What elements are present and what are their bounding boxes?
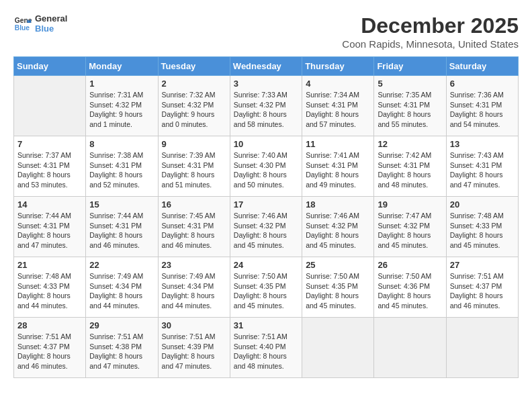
day-number: 12 xyxy=(378,139,442,149)
day-cell: 3Sunrise: 7:33 AM Sunset: 4:32 PM Daylig… xyxy=(230,76,302,136)
day-info: Sunrise: 7:47 AM Sunset: 4:32 PM Dayligh… xyxy=(378,211,442,250)
day-info: Sunrise: 7:51 AM Sunset: 4:40 PM Dayligh… xyxy=(234,332,298,371)
day-number: 15 xyxy=(89,199,154,210)
day-number: 2 xyxy=(162,79,226,89)
week-row: 1Sunrise: 7:31 AM Sunset: 4:32 PM Daylig… xyxy=(14,76,519,136)
day-number: 8 xyxy=(89,139,154,149)
day-number: 3 xyxy=(234,79,298,89)
day-number: 16 xyxy=(162,199,226,210)
svg-text:Blue: Blue xyxy=(15,24,30,32)
day-number: 25 xyxy=(306,260,370,270)
column-header-tuesday: Tuesday xyxy=(158,57,230,76)
day-number: 27 xyxy=(450,260,515,270)
day-cell: 23Sunrise: 7:49 AM Sunset: 4:34 PM Dayli… xyxy=(158,257,230,318)
day-number: 29 xyxy=(89,320,154,330)
column-header-saturday: Saturday xyxy=(446,57,518,76)
day-cell: 18Sunrise: 7:46 AM Sunset: 4:32 PM Dayli… xyxy=(302,197,374,257)
day-cell: 6Sunrise: 7:36 AM Sunset: 4:31 PM Daylig… xyxy=(446,76,518,136)
day-cell: 10Sunrise: 7:40 AM Sunset: 4:30 PM Dayli… xyxy=(230,136,302,197)
day-cell: 7Sunrise: 7:37 AM Sunset: 4:31 PM Daylig… xyxy=(14,136,86,197)
day-cell: 4Sunrise: 7:34 AM Sunset: 4:31 PM Daylig… xyxy=(302,76,374,136)
day-info: Sunrise: 7:46 AM Sunset: 4:32 PM Dayligh… xyxy=(234,211,298,250)
day-info: Sunrise: 7:50 AM Sunset: 4:35 PM Dayligh… xyxy=(234,271,298,311)
day-cell: 5Sunrise: 7:35 AM Sunset: 4:31 PM Daylig… xyxy=(374,76,446,136)
header-row: SundayMondayTuesdayWednesdayThursdayFrid… xyxy=(14,57,519,76)
day-cell: 31Sunrise: 7:51 AM Sunset: 4:40 PM Dayli… xyxy=(230,318,302,378)
day-number: 26 xyxy=(378,260,442,270)
day-info: Sunrise: 7:49 AM Sunset: 4:34 PM Dayligh… xyxy=(89,271,154,311)
day-number: 10 xyxy=(234,139,298,149)
day-cell: 2Sunrise: 7:32 AM Sunset: 4:32 PM Daylig… xyxy=(158,76,230,136)
day-cell: 22Sunrise: 7:49 AM Sunset: 4:34 PM Dayli… xyxy=(86,257,158,318)
day-info: Sunrise: 7:35 AM Sunset: 4:31 PM Dayligh… xyxy=(378,90,442,130)
day-cell xyxy=(374,318,446,378)
day-cell: 25Sunrise: 7:50 AM Sunset: 4:35 PM Dayli… xyxy=(302,257,374,318)
day-cell: 12Sunrise: 7:42 AM Sunset: 4:31 PM Dayli… xyxy=(374,136,446,197)
day-cell: 24Sunrise: 7:50 AM Sunset: 4:35 PM Dayli… xyxy=(230,257,302,318)
day-number: 22 xyxy=(89,260,154,270)
day-cell: 30Sunrise: 7:51 AM Sunset: 4:39 PM Dayli… xyxy=(158,318,230,378)
day-info: Sunrise: 7:37 AM Sunset: 4:31 PM Dayligh… xyxy=(17,150,82,190)
day-info: Sunrise: 7:51 AM Sunset: 4:39 PM Dayligh… xyxy=(162,332,226,371)
day-info: Sunrise: 7:48 AM Sunset: 4:33 PM Dayligh… xyxy=(450,211,515,250)
day-info: Sunrise: 7:51 AM Sunset: 4:38 PM Dayligh… xyxy=(89,332,154,371)
day-info: Sunrise: 7:45 AM Sunset: 4:31 PM Dayligh… xyxy=(162,211,226,250)
day-cell: 19Sunrise: 7:47 AM Sunset: 4:32 PM Dayli… xyxy=(374,197,446,257)
day-info: Sunrise: 7:44 AM Sunset: 4:31 PM Dayligh… xyxy=(17,211,82,250)
week-row: 28Sunrise: 7:51 AM Sunset: 4:37 PM Dayli… xyxy=(14,318,519,378)
day-cell: 15Sunrise: 7:44 AM Sunset: 4:31 PM Dayli… xyxy=(86,197,158,257)
day-number: 7 xyxy=(17,139,82,149)
day-number: 30 xyxy=(162,320,226,330)
day-info: Sunrise: 7:40 AM Sunset: 4:30 PM Dayligh… xyxy=(234,150,298,190)
day-info: Sunrise: 7:51 AM Sunset: 4:37 PM Dayligh… xyxy=(450,271,515,311)
day-cell: 28Sunrise: 7:51 AM Sunset: 4:37 PM Dayli… xyxy=(14,318,86,378)
column-header-monday: Monday xyxy=(86,57,158,76)
day-number: 28 xyxy=(17,320,82,330)
day-number: 19 xyxy=(378,199,442,210)
day-cell: 9Sunrise: 7:39 AM Sunset: 4:31 PM Daylig… xyxy=(158,136,230,197)
day-number: 23 xyxy=(162,260,226,270)
day-info: Sunrise: 7:39 AM Sunset: 4:31 PM Dayligh… xyxy=(162,150,226,190)
calendar-title: December 2025 xyxy=(342,13,519,38)
day-number: 9 xyxy=(162,139,226,149)
day-cell: 17Sunrise: 7:46 AM Sunset: 4:32 PM Dayli… xyxy=(230,197,302,257)
day-info: Sunrise: 7:48 AM Sunset: 4:33 PM Dayligh… xyxy=(17,271,82,311)
day-cell: 8Sunrise: 7:38 AM Sunset: 4:31 PM Daylig… xyxy=(86,136,158,197)
day-info: Sunrise: 7:49 AM Sunset: 4:34 PM Dayligh… xyxy=(162,271,226,311)
day-number: 11 xyxy=(306,139,370,149)
day-number: 6 xyxy=(450,79,515,89)
week-row: 7Sunrise: 7:37 AM Sunset: 4:31 PM Daylig… xyxy=(14,136,519,197)
calendar-subtitle: Coon Rapids, Minnesota, United States xyxy=(342,38,519,50)
column-header-sunday: Sunday xyxy=(14,57,86,76)
day-info: Sunrise: 7:42 AM Sunset: 4:31 PM Dayligh… xyxy=(378,150,442,190)
column-header-wednesday: Wednesday xyxy=(230,57,302,76)
day-info: Sunrise: 7:50 AM Sunset: 4:35 PM Dayligh… xyxy=(306,271,370,311)
calendar-table: SundayMondayTuesdayWednesdayThursdayFrid… xyxy=(13,56,519,378)
day-number: 21 xyxy=(17,260,82,270)
day-cell: 1Sunrise: 7:31 AM Sunset: 4:32 PM Daylig… xyxy=(86,76,158,136)
day-number: 18 xyxy=(306,199,370,210)
logo-line2: Blue xyxy=(35,24,67,34)
day-cell: 16Sunrise: 7:45 AM Sunset: 4:31 PM Dayli… xyxy=(158,197,230,257)
day-number: 17 xyxy=(234,199,298,210)
day-number: 24 xyxy=(234,260,298,270)
day-cell: 27Sunrise: 7:51 AM Sunset: 4:37 PM Dayli… xyxy=(446,257,518,318)
day-cell: 21Sunrise: 7:48 AM Sunset: 4:33 PM Dayli… xyxy=(14,257,86,318)
column-header-friday: Friday xyxy=(374,57,446,76)
day-cell xyxy=(302,318,374,378)
day-info: Sunrise: 7:43 AM Sunset: 4:31 PM Dayligh… xyxy=(450,150,515,190)
day-number: 5 xyxy=(378,79,442,89)
day-number: 13 xyxy=(450,139,515,149)
day-number: 4 xyxy=(306,79,370,89)
day-cell: 26Sunrise: 7:50 AM Sunset: 4:36 PM Dayli… xyxy=(374,257,446,318)
day-number: 31 xyxy=(234,320,298,330)
logo: General Blue General Blue xyxy=(13,13,67,34)
day-info: Sunrise: 7:36 AM Sunset: 4:31 PM Dayligh… xyxy=(450,90,515,130)
day-info: Sunrise: 7:44 AM Sunset: 4:31 PM Dayligh… xyxy=(89,211,154,250)
day-info: Sunrise: 7:38 AM Sunset: 4:31 PM Dayligh… xyxy=(89,150,154,190)
logo-icon: General Blue xyxy=(13,14,32,33)
page-header: General Blue General Blue December 2025 … xyxy=(13,13,519,50)
day-info: Sunrise: 7:41 AM Sunset: 4:31 PM Dayligh… xyxy=(306,150,370,190)
logo-line1: General xyxy=(35,13,67,24)
day-cell: 29Sunrise: 7:51 AM Sunset: 4:38 PM Dayli… xyxy=(86,318,158,378)
